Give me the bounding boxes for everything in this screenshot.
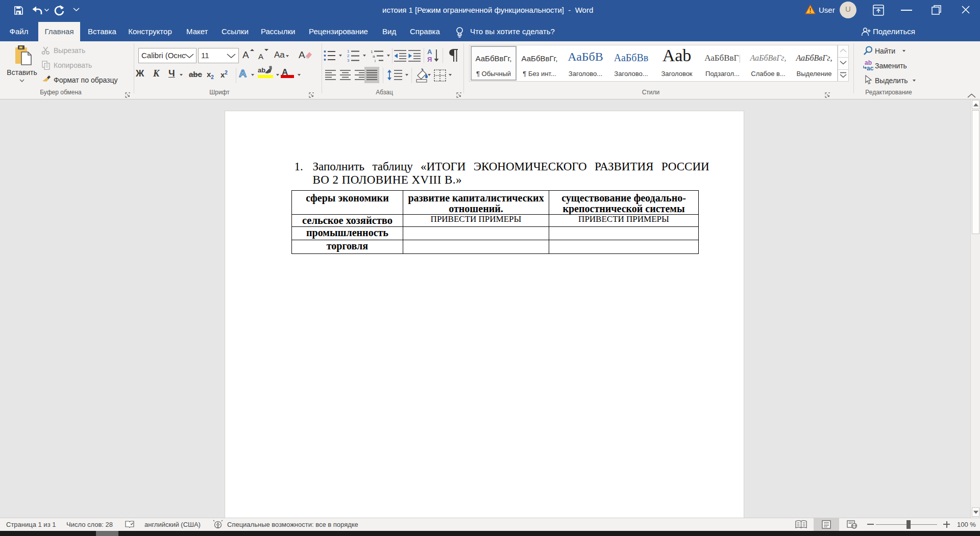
svg-text:А: А	[427, 48, 432, 56]
svg-text:1: 1	[371, 49, 373, 54]
svg-text:1: 1	[347, 49, 350, 54]
svg-text:ac: ac	[867, 65, 874, 72]
svg-text:Я: Я	[427, 56, 432, 63]
svg-text:a: a	[373, 54, 375, 59]
svg-text:3: 3	[347, 58, 350, 63]
svg-text:i: i	[375, 59, 376, 63]
svg-text:2: 2	[347, 54, 350, 58]
